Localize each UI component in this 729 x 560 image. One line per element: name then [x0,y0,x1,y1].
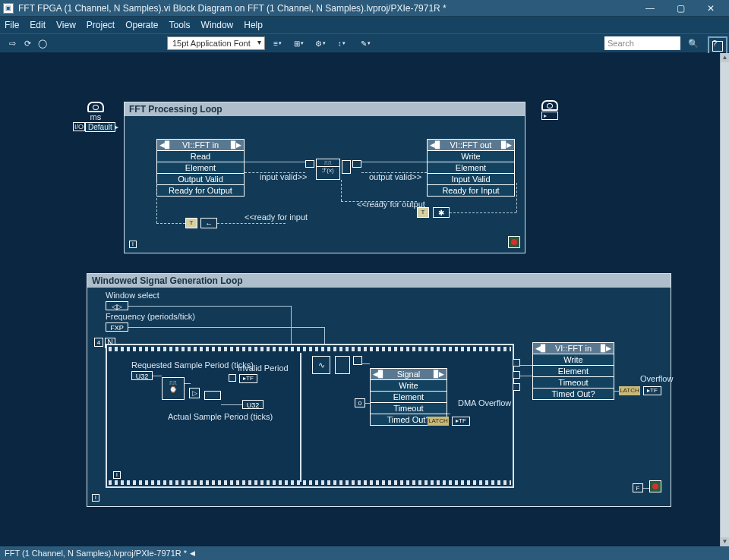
search-icon[interactable]: 🔍 [685,36,702,50]
tunnel-2 [513,371,520,379]
bool-const[interactable]: F [633,483,643,492]
signal-write: Write [371,380,447,392]
fft-node-output-term [342,160,351,174]
label-ready-input: <<ready for input [245,212,308,222]
align-button[interactable]: ≡ [270,36,286,50]
window-apply-node[interactable] [335,356,350,374]
sine-generator-node[interactable]: ∿ [312,356,330,374]
vertical-scrollbar[interactable]: ▲ ▼ [720,53,729,546]
arrow-icon: ◀▉ [371,370,386,378]
label-window-select: Window select [106,291,159,300]
cleanup-button[interactable]: ✎ [358,36,374,50]
latch-overflow[interactable]: LATCH [619,386,640,395]
reorder-button[interactable]: ↕ [333,36,350,50]
fft-in-read: Read [157,151,244,162]
invalid-period-indicator[interactable]: ▸TF [239,374,257,383]
arrow-icon: ▉▶ [598,344,614,352]
fft-in-valid: Output Valid [157,174,244,185]
arrow-icon: ◀▉ [157,141,172,149]
windowed-signal-loop[interactable]: Windowed Signal Generation Loop Window s… [87,273,671,507]
label-req-period: Requested Sample Period (ticks) [131,360,254,370]
window-title: FFT FPGA (1 Channel, N Samples).vi Block… [18,3,635,14]
menu-help[interactable]: Help [244,20,263,30]
frequency-control[interactable]: FXP [106,322,128,332]
label-frequency: Frequency (periods/tick) [106,312,195,321]
tunnel-3 [513,383,520,391]
menu-operate[interactable]: Operate [125,20,158,30]
fft-express-node[interactable]: ⎍⎍ ℱ(x) [316,159,340,180]
status-chevron-icon[interactable]: ◀ [190,549,195,557]
fft-out-valid: Input Valid [428,174,514,185]
run-button[interactable]: ⇨ [6,37,18,49]
tunnel-1 [513,359,520,367]
loop-title-fft: FFT Processing Loop [125,102,525,116]
zero-constant[interactable]: 0 [355,398,365,407]
close-button[interactable]: ✕ [696,0,726,17]
label-input-valid: input valid>> [260,172,307,181]
menu-project[interactable]: Project [87,20,115,30]
resize-button[interactable]: ⚙ [312,36,329,50]
ms-timing-terminal[interactable]: ms I/ODefault▸ [73,102,118,132]
fifo-fft-in-writer[interactable]: ◀▉VI::FFT in▉▶ Write Element Timeout Tim… [532,342,614,400]
latch-dma[interactable]: LATCH [428,417,449,426]
menu-tools[interactable]: Tools [169,20,191,30]
run-continuous-button[interactable]: ⟳ [21,37,33,49]
signal-element: Element [371,392,447,403]
fftin2-element: Element [533,366,614,377]
fft-node-output-term2 [352,160,361,168]
ms-default: Default [85,122,115,132]
search-placeholder: Search [608,39,634,48]
fifo-fft-out[interactable]: ◀▉VI::FFT out▉▶ Write Element Input Vali… [427,139,515,197]
loop-condition-outer[interactable] [649,480,661,492]
compare-node[interactable]: ▷ [189,388,200,398]
fftin2-timedout: Timed Out? [533,389,614,399]
clock-terminal-right[interactable]: ▸ [541,100,558,120]
maximize-button[interactable]: ▢ [665,0,696,17]
dma-overflow-indicator[interactable]: ▸TF [452,417,470,426]
loop-condition[interactable] [508,236,520,248]
label-output-valid: output valid>> [369,172,421,181]
menu-file[interactable]: File [5,20,19,30]
init-const-left[interactable]: T [185,218,197,228]
scroll-down-icon[interactable]: ▼ [721,537,729,546]
menu-window[interactable]: Window [201,20,234,30]
feedback-node-left[interactable]: ← [200,218,217,228]
fftin2-name: VI::FFT in [555,344,592,353]
sample-period-node[interactable]: ⎍⎍⌚ [162,377,185,400]
arrow-node[interactable] [204,391,221,400]
abort-button[interactable]: ◯ [36,37,49,49]
actual-period-indicator[interactable]: U32 [242,400,264,409]
block-diagram-canvas[interactable]: ms I/ODefault▸ ▸ FFT Processing Loop ◀▉V… [0,53,720,546]
fftin2-write: Write [533,354,614,366]
toolbar: ⇨ ⟳ ◯ 15pt Application Font ≡ ⊞ ⚙ ↕ ✎ Se… [0,33,729,53]
fftin2-timeout: Timeout [533,377,614,389]
init-const-right[interactable]: T [417,207,429,218]
req-period-control[interactable]: U32 [131,371,153,380]
search-input[interactable]: Search [604,36,680,50]
fft-in-element: Element [157,162,244,174]
iteration-terminal-outer: i [92,494,99,502]
mult-node[interactable] [353,356,362,365]
fifo-fft-in[interactable]: ◀▉VI::FFT in▉▶ Read Element Output Valid… [156,139,245,197]
distribute-button[interactable]: ⊞ [291,36,308,50]
menubar: File Edit View Project Operate Tools Win… [0,17,729,33]
statusbar: FFT (1 Channel, N Samples).lvproj/PXIe-7… [0,546,729,560]
const-four[interactable]: 4 [94,338,103,347]
menu-view[interactable]: View [56,20,76,30]
scroll-up-icon[interactable]: ▲ [721,53,729,62]
font-selector[interactable]: 15pt Application Font [167,36,265,50]
feedback-node-right[interactable]: ✱ [433,207,450,218]
single-cycle-timed-loop[interactable]: Requested Sample Period (ticks) U32 ⎍⎍⌚ … [106,344,514,488]
minimize-button[interactable]: — [635,0,665,17]
window-select-control[interactable]: ◁▷ [106,301,128,310]
app-icon: ▣ [3,3,14,14]
indicator-arrow [229,374,236,382]
fft-in-name: VI::FFT in [182,140,219,149]
fft-out-name: VI::FFT out [450,140,492,149]
overflow-indicator[interactable]: ▸TF [643,386,661,395]
arrow-icon: ◀▉ [428,141,443,149]
fft-out-ready: Ready for Input [428,185,514,196]
menu-edit[interactable]: Edit [30,20,46,30]
arrow-icon: ▉▶ [499,141,514,149]
fft-processing-loop[interactable]: FFT Processing Loop ◀▉VI::FFT in▉▶ Read … [124,102,525,253]
